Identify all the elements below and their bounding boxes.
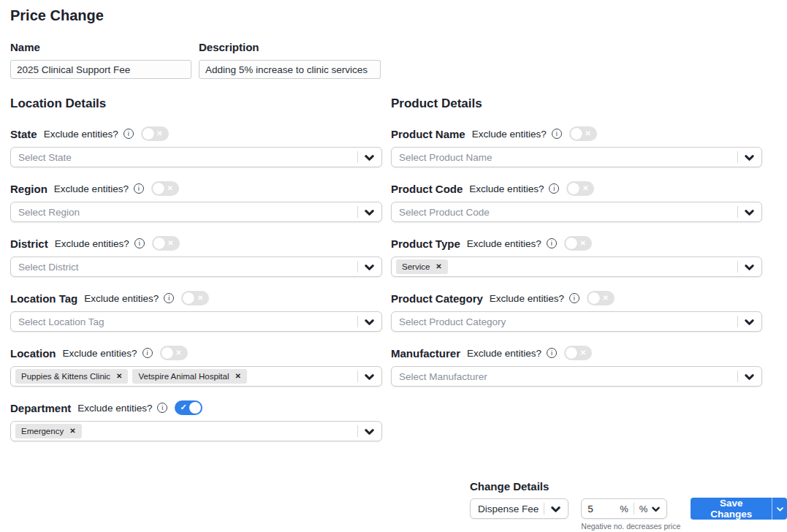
info-icon[interactable]: i [123,129,134,139]
manufacturer-exclude-toggle[interactable]: ✕ ✓ [564,346,592,360]
product-details-section: Product Details Product Name Exclude ent… [391,96,762,400]
manufacturer-select[interactable]: Select Manufacturer [391,366,762,387]
info-icon[interactable]: i [547,348,557,358]
field-product-type: Product Type Exclude entities? i ✕ ✓ Ser… [391,236,762,277]
info-icon[interactable]: i [142,348,153,358]
select-divider [737,316,738,327]
toggle-x-icon: ✕ [580,349,586,357]
chevron-down-icon [744,371,755,382]
chip-remove-icon[interactable]: ✕ [436,263,441,270]
toggle-knob [566,238,577,249]
chip-remove-icon[interactable]: ✕ [235,373,241,380]
amount-input-group: % % [581,498,667,519]
select-divider [357,261,358,273]
chevron-down-icon [364,426,375,437]
toggle-knob [568,183,579,194]
toggle-knob [566,347,577,359]
chip-remove-icon[interactable]: ✕ [116,373,122,380]
toggle-x-icon: ✕ [579,240,585,247]
toggle-knob [153,238,165,249]
field-location-tag: Location Tag Exclude entities? i ✕ ✓ Sel… [10,291,382,332]
save-changes-button[interactable]: Save Changes [691,498,772,520]
department-select[interactable]: Emergency ✕ [10,421,382,441]
state-exclude-toggle[interactable]: ✕ ✓ [141,126,169,141]
field-product-code: Product Code Exclude entities? i ✕ ✓ Sel… [391,181,762,222]
product-type-exclude-toggle[interactable]: ✕ ✓ [564,236,592,251]
department-exclude-toggle[interactable]: ✕ ✓ [175,400,202,415]
location-tag-select[interactable]: Select Location Tag [10,311,382,332]
toggle-x-icon: ✕ [603,294,609,302]
toggle-knob [183,292,194,304]
select-divider [737,206,738,218]
chevron-down-icon [744,152,755,163]
info-icon[interactable]: i [157,403,167,413]
state-label: State [10,128,37,140]
product-name-select-placeholder: Select Product Name [399,152,493,163]
location-details-title: Location Details [10,96,382,111]
price-change-page: Price Change Name Description Location D… [0,0,787,461]
save-options-button[interactable] [772,498,787,520]
field-district: District Exclude entities? i ✕ ✓ Select … [10,236,382,277]
select-divider [544,503,544,514]
info-icon[interactable]: i [569,293,579,303]
meta-row: Name Description [10,41,777,79]
toggle-x-icon: ✕ [167,240,173,247]
product-code-exclude-toggle[interactable]: ✕ ✓ [566,181,594,196]
region-label: Region [10,183,47,195]
location-tag-exclude-toggle[interactable]: ✕ ✓ [181,291,209,305]
toggle-knob [142,128,154,140]
location-select[interactable]: Puppies & Kittens Clinic ✕ Vetspire Anim… [10,366,382,387]
district-select[interactable]: Select District [10,256,382,277]
product-type-label: Product Type [391,238,460,250]
name-field-group: Name [10,41,191,79]
chevron-down-icon [364,371,375,382]
change-details-title: Change Details [470,480,787,493]
info-icon[interactable]: i [134,238,145,248]
chevron-down-icon [744,207,755,218]
field-region: Region Exclude entities? i ✕ ✓ Select Re… [10,181,382,222]
district-exclude-toggle[interactable]: ✕ ✓ [152,236,180,251]
chip-label: Puppies & Kittens Clinic [21,372,110,381]
chip-label: Vetspire Animal Hospital [138,372,229,381]
state-select[interactable]: Select State [10,147,382,167]
unit-value: % [639,503,648,514]
description-field-group: Description [199,41,381,79]
product-name-select[interactable]: Select Product Name [391,147,762,167]
product-code-select[interactable]: Select Product Code [391,202,762,222]
info-icon[interactable]: i [164,293,174,303]
details-columns: Location Details State Exclude entities?… [10,96,777,455]
chevron-down-icon [744,316,755,327]
chevron-down-icon [364,262,375,273]
unit-select[interactable]: % [639,503,661,514]
product-code-select-placeholder: Select Product Code [399,207,490,218]
toggle-knob [189,402,201,414]
region-select-placeholder: Select Region [18,207,80,218]
info-icon[interactable]: i [547,238,557,248]
toggle-x-icon: ✕ [167,185,173,192]
select-divider [357,316,358,327]
product-type-select[interactable]: Service ✕ [391,256,762,277]
chip-remove-icon[interactable]: ✕ [69,428,75,435]
info-icon[interactable]: i [134,183,144,194]
exclude-entities-label: Exclude entities? [77,403,152,414]
info-icon[interactable]: i [552,129,562,139]
name-label: Name [10,41,191,53]
description-input[interactable] [199,60,381,79]
product-category-exclude-toggle[interactable]: ✕ ✓ [587,291,615,305]
amount-input[interactable] [588,503,609,514]
field-product-category: Product Category Exclude entities? i ✕ ✓… [391,291,762,332]
chevron-down-icon [364,316,375,327]
region-select[interactable]: Select Region [10,202,382,222]
product-name-exclude-toggle[interactable]: ✕ ✓ [569,126,597,141]
chevron-down-icon [364,152,375,163]
region-exclude-toggle[interactable]: ✕ ✓ [151,181,179,196]
location-tag-label: Location Tag [10,292,77,305]
change-type-select[interactable]: Dispense Fee [470,498,569,519]
exclude-entities-label: Exclude entities? [63,348,137,359]
info-icon[interactable]: i [549,183,559,194]
toggle-knob [571,128,582,140]
product-category-select[interactable]: Select Product Category [391,311,762,332]
exclude-entities-label: Exclude entities? [55,238,129,249]
name-input[interactable] [10,60,191,79]
location-exclude-toggle[interactable]: ✕ ✓ [160,346,188,360]
